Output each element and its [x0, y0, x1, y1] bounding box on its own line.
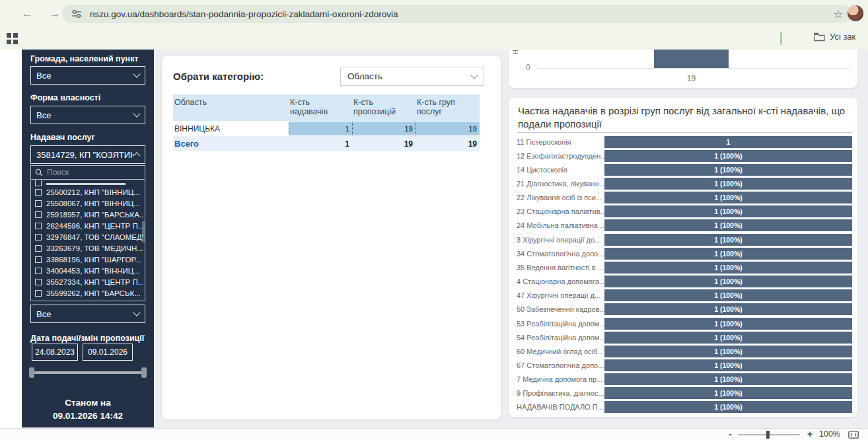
- y-axis-tick-zero: 0: [526, 63, 530, 72]
- url-text[interactable]: nszu.gov.ua/dashboards/stan-podannia-pro…: [90, 9, 834, 19]
- provider-option[interactable]: 33263679, ТОВ "МЕДИЧН...: [32, 242, 143, 254]
- zoom-in-button[interactable]: +: [807, 429, 813, 440]
- chart-row-label: 23 Стаціонарна паліатив...: [517, 207, 604, 215]
- address-bar[interactable]: nszu.gov.ua/dashboards/stan-podannia-pro…: [62, 5, 852, 23]
- fit-to-screen-icon[interactable]: [848, 431, 859, 439]
- chart-bar[interactable]: 1 (100%): [604, 262, 852, 274]
- chevron-down-icon: [470, 71, 478, 79]
- community-filter-value: Все: [36, 71, 134, 81]
- checkbox-icon[interactable]: [35, 234, 42, 240]
- chart-row: 47 Хірургічні операції д...1 (100%): [517, 289, 852, 303]
- provider-option-label: 32976847, ТОВ "СЛАОМЕД": [46, 233, 143, 241]
- chart-bar[interactable]: 1 (100%): [604, 205, 852, 217]
- community-filter-dropdown[interactable]: Все: [30, 66, 145, 85]
- checkbox-icon[interactable]: [35, 211, 42, 218]
- provider-search-input[interactable]: Поиск: [30, 165, 145, 180]
- chart-bar[interactable]: 1 (100%): [604, 164, 852, 176]
- checkbox[interactable]: [35, 180, 42, 186]
- zoom-slider-thumb[interactable]: [766, 431, 770, 439]
- date-from-input[interactable]: 24.08.2023: [32, 344, 78, 361]
- checkbox-icon[interactable]: [35, 200, 42, 207]
- chart-bar[interactable]: 1 (100%): [604, 275, 852, 287]
- chart-bar[interactable]: [654, 50, 729, 68]
- ownership-filter-dropdown[interactable]: Все: [30, 106, 145, 124]
- extra-filter-dropdown[interactable]: Все: [30, 305, 145, 323]
- chart-row: 7 Медична допомога пр...1 (100%): [517, 373, 852, 386]
- provider-option[interactable]: 35599262, КНП "БАРСЬК...: [32, 287, 143, 299]
- provider-option[interactable]: 25508067, КНП "ВІННИЦ...: [32, 198, 143, 209]
- community-filter-label: Громада, населений пункт: [30, 54, 139, 63]
- checkbox-icon[interactable]: [35, 256, 42, 263]
- provider-option[interactable]: 35527334, КНП "ЦЕНТР П...: [32, 276, 143, 287]
- chart-row-bar-area: 1: [604, 136, 852, 148]
- chart-bar[interactable]: 1 (100%): [604, 234, 852, 246]
- provider-option[interactable]: 26244596, КНП "ЦЕНТР П...: [32, 220, 143, 231]
- col-header-service-groups[interactable]: К-сть груп послуг: [416, 94, 480, 121]
- category-table-card: Обрати категорію: Область Область К-сть …: [162, 56, 501, 420]
- provider-option[interactable]: 25500212, КНП "ВІННИЦ...: [32, 186, 143, 198]
- chart-bar[interactable]: 1 (100%): [604, 332, 852, 344]
- slider-handle-left[interactable]: [29, 367, 34, 378]
- provider-filter-dropdown[interactable]: 35814729, КП "КОЗЯТИНС...: [30, 145, 145, 164]
- provider-option[interactable]: 25918957, КНП "БАРСЬКА...: [32, 209, 143, 220]
- date-range-slider[interactable]: [29, 367, 147, 378]
- chart-bar[interactable]: 1 (100%): [604, 178, 852, 190]
- table-row[interactable]: ВІННИЦЬКА 1 19 19: [173, 121, 480, 136]
- chart-bar[interactable]: 1 (100%): [604, 387, 852, 399]
- checkbox-icon[interactable]: [35, 290, 42, 297]
- total-providers: 1: [289, 136, 352, 151]
- chart-row: 60 Медичний огляд осіб...1 (100%): [517, 344, 852, 358]
- chart-bar[interactable]: 1 (100%): [604, 150, 852, 162]
- ownership-filter-label: Форма власності: [30, 93, 100, 102]
- chart-row-label: 3 Хірургічні операції до...: [517, 236, 604, 244]
- chart-bar[interactable]: 1 (100%): [604, 318, 852, 330]
- list-scrollbar-thumb[interactable]: [142, 221, 145, 242]
- site-settings-icon[interactable]: [71, 9, 82, 18]
- checkbox-checked-icon[interactable]: ✓: [35, 301, 42, 302]
- col-header-proposals[interactable]: К-сть пропозицій: [352, 94, 416, 121]
- checkbox-icon[interactable]: [35, 245, 42, 252]
- checkbox-icon[interactable]: [35, 223, 42, 229]
- chart-bar[interactable]: 1 (100%): [604, 289, 852, 301]
- chart-bar[interactable]: 1: [604, 136, 852, 148]
- search-icon: [35, 168, 43, 176]
- apps-grid-icon[interactable]: [7, 33, 18, 44]
- provider-option[interactable]: 33868196, КНП "ШАРГОР...: [32, 254, 143, 265]
- chart-bar[interactable]: 1 (100%): [604, 192, 852, 203]
- chart-row-label: 54 Реабілітаційна допом...: [517, 334, 604, 342]
- chart-row-label: 60 Медичний огляд осіб...: [517, 348, 604, 355]
- chart-bar[interactable]: 1 (100%): [604, 373, 852, 385]
- chevron-up-icon: [133, 152, 140, 159]
- zoom-out-button[interactable]: -: [729, 429, 732, 440]
- chart-bar[interactable]: 1 (100%): [604, 401, 852, 413]
- checkbox-icon[interactable]: [35, 189, 42, 196]
- chart-bar[interactable]: 1 (100%): [604, 303, 852, 315]
- provider-option-clipped[interactable]: [32, 180, 143, 186]
- provider-option[interactable]: ✓35814729, КП "КОЗЯТИН...: [32, 299, 143, 301]
- proposals-value-bar: 19: [352, 122, 416, 135]
- profile-avatar[interactable]: [847, 5, 864, 22]
- date-to-input[interactable]: 09.01.2026: [83, 344, 133, 361]
- checkbox-icon[interactable]: [35, 279, 42, 285]
- chevron-down-icon: [133, 309, 140, 316]
- checkbox-icon[interactable]: [35, 268, 42, 274]
- chart-bar[interactable]: 1 (100%): [604, 346, 852, 357]
- bookmarks-folder[interactable]: Усі зак: [814, 32, 855, 42]
- provider-option[interactable]: 32976847, ТОВ "СЛАОМЕД": [32, 231, 143, 242]
- chart-row-label: 21 Діагностика, лікуванн...: [517, 180, 604, 188]
- bookmark-star-icon[interactable]: ☆: [834, 8, 843, 20]
- category-dropdown[interactable]: Область: [340, 67, 484, 86]
- provider-option[interactable]: 34004453, КНП "ВІННИЦ...: [32, 265, 143, 276]
- col-header-region[interactable]: Область: [173, 94, 289, 121]
- slider-track[interactable]: [32, 371, 144, 374]
- chart-bar[interactable]: 1 (100%): [604, 219, 852, 231]
- back-icon[interactable]: ←: [18, 5, 36, 22]
- forward-icon[interactable]: →: [46, 5, 63, 22]
- chart-bar[interactable]: 1 (100%): [604, 248, 852, 260]
- provider-option-label: 35814729, КП "КОЗЯТИН...: [46, 301, 141, 302]
- chart-bar[interactable]: 1 (100%): [604, 359, 852, 371]
- col-header-providers[interactable]: К-сть надавачів: [289, 94, 352, 121]
- x-axis-line: [538, 68, 850, 69]
- slider-handle-right[interactable]: [141, 367, 147, 378]
- folder-icon: [814, 32, 825, 42]
